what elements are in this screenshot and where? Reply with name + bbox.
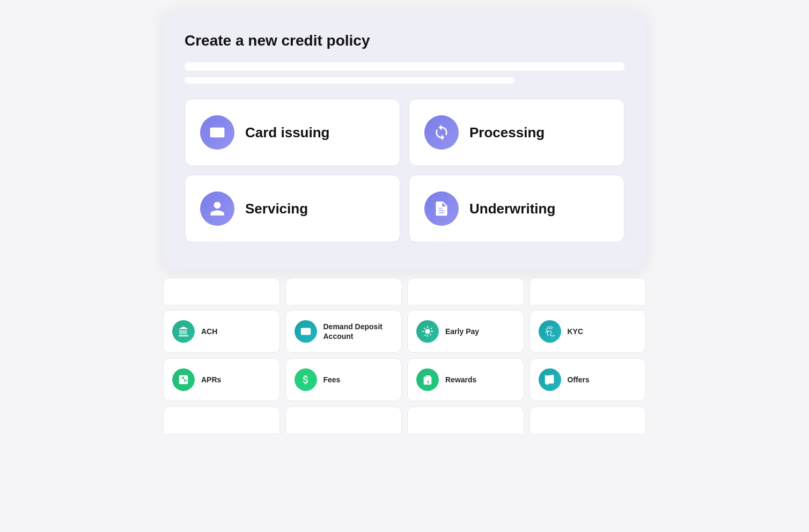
aprs-label: APRs <box>201 375 221 385</box>
card-offers[interactable]: Offers <box>529 358 646 401</box>
card-rewards[interactable]: Rewards <box>407 358 524 401</box>
bank-icon-svg <box>178 326 189 337</box>
fees-icon <box>295 368 317 391</box>
card-icon-svg <box>209 124 226 141</box>
partial-card-b3 <box>407 407 524 433</box>
svg-rect-2 <box>211 134 216 136</box>
modal-title: Create a new credit policy <box>185 32 624 49</box>
main-cards-grid: Card issuing Processing Servicing <box>185 99 624 242</box>
servicing-label: Servicing <box>245 201 308 217</box>
offers-label: Offers <box>568 375 590 385</box>
dda-icon <box>295 320 317 343</box>
underwriting-icon <box>424 191 459 226</box>
card2-icon-svg <box>300 326 312 337</box>
partial-card-1 <box>163 278 280 305</box>
fingerprint-icon-svg <box>544 326 556 337</box>
input-bar-1[interactable] <box>185 62 624 71</box>
dollar-icon-svg <box>300 374 312 386</box>
early-pay-icon <box>416 320 439 343</box>
processing-icon <box>424 115 459 150</box>
early-pay-label: Early Pay <box>445 327 479 336</box>
bottom-section: ACH Demand Deposit Account <box>163 278 646 433</box>
fees-label: Fees <box>323 375 341 385</box>
modal-card: Create a new credit policy Card issuing <box>163 11 646 269</box>
card-fees[interactable]: Fees <box>285 358 402 401</box>
partial-row-top <box>163 278 646 305</box>
processing-label: Processing <box>469 124 545 141</box>
partial-row-bottom <box>163 407 646 433</box>
processing-icon-svg <box>433 124 450 141</box>
card-servicing[interactable]: Servicing <box>185 175 400 242</box>
svg-point-6 <box>547 376 548 378</box>
kyc-label: KYC <box>568 327 584 336</box>
card-ach[interactable]: ACH <box>163 310 280 353</box>
card-underwriting[interactable]: Underwriting <box>409 175 624 242</box>
partial-card-3 <box>407 278 524 305</box>
underwriting-label: Underwriting <box>469 201 555 217</box>
svg-rect-1 <box>210 130 225 132</box>
partial-card-b4 <box>529 407 646 433</box>
card-kyc[interactable]: KYC <box>529 310 646 353</box>
rewards-icon <box>416 368 439 391</box>
input-bar-2[interactable] <box>185 77 514 84</box>
card-early-pay[interactable]: Early Pay <box>407 310 524 353</box>
partial-card-2 <box>285 278 402 305</box>
gift-icon-svg <box>422 374 433 386</box>
servicing-icon <box>200 191 234 226</box>
underwriting-icon-svg <box>433 200 450 217</box>
sun-icon-svg <box>422 326 433 337</box>
partial-card-b1 <box>163 407 280 433</box>
partial-card-b2 <box>285 407 402 433</box>
offers-icon <box>539 368 561 391</box>
card-processing[interactable]: Processing <box>409 99 624 166</box>
card-dda[interactable]: Demand Deposit Account <box>285 310 402 353</box>
aprs-icon <box>172 368 195 391</box>
page-wrapper: Create a new credit policy Card issuing <box>163 11 646 433</box>
bottom-row-1: ACH Demand Deposit Account <box>163 310 646 353</box>
tag-icon-svg <box>544 374 556 386</box>
card-issuing-label: Card issuing <box>245 124 329 141</box>
bottom-row-2: APRs Fees Rewards <box>163 358 646 401</box>
card-aprs[interactable]: APRs <box>163 358 280 401</box>
svg-rect-5 <box>301 332 305 334</box>
kyc-icon <box>539 320 561 343</box>
dda-label: Demand Deposit Account <box>323 322 393 341</box>
servicing-icon-svg <box>209 200 226 217</box>
partial-card-4 <box>529 278 646 305</box>
svg-rect-4 <box>300 330 310 331</box>
card-card-issuing[interactable]: Card issuing <box>185 99 400 166</box>
card-issuing-icon <box>200 115 234 150</box>
percent-icon-svg <box>178 374 189 386</box>
ach-icon <box>172 320 195 343</box>
ach-label: ACH <box>201 327 217 336</box>
rewards-label: Rewards <box>445 375 476 385</box>
